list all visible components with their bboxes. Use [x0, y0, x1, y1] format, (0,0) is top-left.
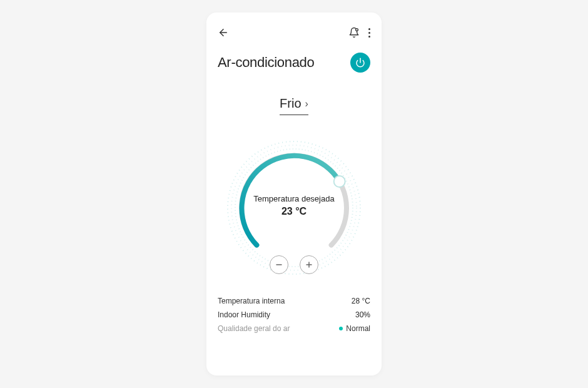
- indoor-temp-label: Temperatura interna: [218, 297, 285, 305]
- mode-label-text: Frio: [280, 96, 301, 111]
- top-bar: [218, 25, 370, 40]
- stats-section: Temperatura interna 28 °C Indoor Humidit…: [218, 294, 370, 335]
- temp-decrease-button[interactable]: [270, 255, 288, 274]
- svg-point-6: [334, 176, 345, 187]
- back-arrow-icon[interactable]: [218, 27, 229, 38]
- humidity-value: 30%: [355, 310, 370, 319]
- dial-center: Temperatura desejada 23 °C: [244, 194, 344, 217]
- stat-row-humidity: Indoor Humidity 30%: [218, 308, 370, 322]
- target-temp-label: Temperatura desejada: [244, 194, 344, 203]
- mode-selector[interactable]: Frio ›: [280, 96, 308, 115]
- mode-selector-row: Frio ›: [218, 96, 370, 115]
- top-right-actions: [348, 27, 370, 38]
- temperature-dial[interactable]: Temperatura desejada 23 °C: [219, 133, 369, 283]
- humidity-label: Indoor Humidity: [218, 310, 270, 319]
- stat-row-indoor-temp: Temperatura interna 28 °C: [218, 294, 370, 308]
- power-button[interactable]: [350, 53, 370, 73]
- indoor-temp-value: 28 °C: [352, 297, 370, 305]
- target-temp-value: 23 °C: [244, 206, 344, 217]
- page-title: Ar-condicionado: [218, 54, 315, 71]
- svg-point-1: [356, 29, 358, 31]
- chevron-right-icon: ›: [305, 98, 308, 110]
- more-menu-icon[interactable]: [368, 28, 370, 38]
- title-row: Ar-condicionado: [218, 53, 370, 73]
- air-quality-label: Qualidade geral do ar: [218, 324, 290, 333]
- air-quality-dot-icon: [339, 327, 343, 330]
- air-quality-badge: Normal: [339, 324, 370, 333]
- air-quality-value: Normal: [346, 324, 370, 333]
- notification-icon[interactable]: [348, 27, 360, 38]
- stat-row-air-quality: Qualidade geral do ar Normal: [218, 322, 370, 335]
- ac-control-card: Ar-condicionado Frio ›: [206, 13, 382, 375]
- temp-increase-button[interactable]: [300, 255, 318, 274]
- temp-step-buttons: [270, 255, 318, 274]
